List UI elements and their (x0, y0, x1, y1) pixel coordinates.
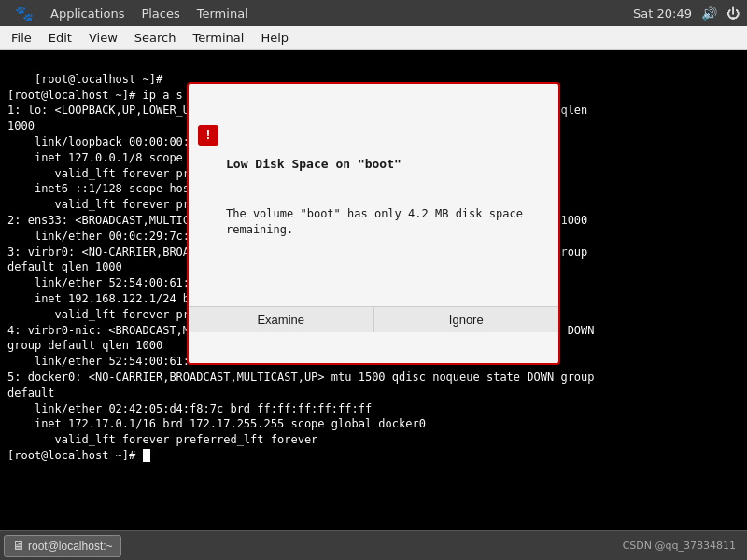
notification-warning-icon: ! (198, 125, 218, 146)
taskbar-terminal-window[interactable]: 🖥 root@localhost:~ (4, 535, 121, 557)
notification-buttons: Examine Ignore (189, 306, 558, 332)
taskbar: 🖥 root@localhost:~ CSDN @qq_37834811 (0, 530, 747, 560)
terminal-window: File Edit View Search Terminal Help [roo… (0, 26, 747, 560)
taskbar-terminal-icon: 🖥 (12, 539, 24, 553)
ignore-button[interactable]: Ignore (374, 307, 559, 332)
applications-menu[interactable]: Applications (43, 5, 132, 22)
system-bar-right: Sat 20:49 🔊 ⏻ (633, 6, 740, 21)
system-logo[interactable]: 🐾 (7, 3, 41, 24)
notification-header: ! Low Disk Space on "boot" The volume "b… (189, 116, 558, 275)
menu-help[interactable]: Help (253, 29, 296, 47)
terminal-cursor (143, 449, 150, 462)
notification-text: Low Disk Space on "boot" The volume "boo… (226, 125, 547, 270)
notification-popup: ! Low Disk Space on "boot" The volume "b… (187, 82, 560, 365)
menu-bar: File Edit View Search Terminal Help (0, 26, 747, 50)
system-bar: 🐾 Applications Places Terminal Sat 20:49… (0, 0, 747, 26)
menu-search[interactable]: Search (127, 29, 184, 47)
places-menu[interactable]: Places (134, 5, 187, 22)
terminal-content[interactable]: [root@localhost ~]# [root@localhost ~]# … (0, 50, 747, 560)
menu-file[interactable]: File (4, 29, 39, 47)
system-bar-left: 🐾 Applications Places Terminal (7, 3, 256, 24)
notification-title: Low Disk Space on "boot" (226, 156, 547, 173)
power-icon[interactable]: ⏻ (726, 6, 740, 21)
menu-terminal[interactable]: Terminal (185, 29, 251, 47)
clock: Sat 20:49 (633, 7, 692, 21)
terminal-menu[interactable]: Terminal (190, 5, 256, 22)
notification-body: The volume "boot" has only 4.2 MB disk s… (226, 206, 547, 238)
volume-icon[interactable]: 🔊 (701, 6, 717, 21)
menu-view[interactable]: View (81, 29, 125, 47)
taskbar-watermark: CSDN @qq_37834811 (623, 539, 743, 552)
menu-edit[interactable]: Edit (41, 29, 79, 47)
taskbar-window-label: root@localhost:~ (28, 539, 113, 553)
examine-button[interactable]: Examine (189, 307, 374, 332)
